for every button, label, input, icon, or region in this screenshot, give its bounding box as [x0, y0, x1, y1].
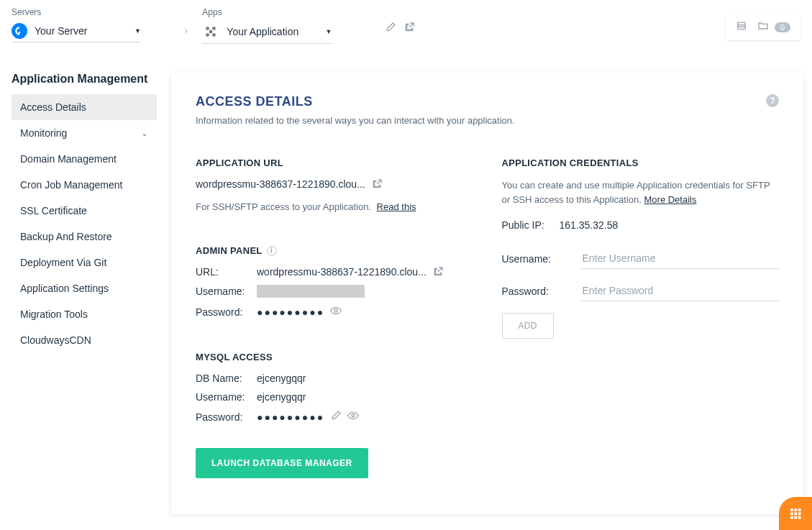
- cred-username-input[interactable]: [581, 248, 780, 269]
- section-mysql-access: MYSQL ACCESS: [196, 352, 473, 362]
- app-type-icon: [202, 23, 219, 40]
- apps-crumb: Apps Your Application ▼: [202, 7, 332, 44]
- cred-password-input[interactable]: [581, 280, 780, 301]
- admin-password-label: Password:: [196, 306, 257, 318]
- sidebar-item-deployment-git[interactable]: Deployment Via Git: [12, 250, 157, 275]
- servers-crumb: Servers Your Server ▼: [12, 7, 141, 42]
- sidebar-item-application-settings[interactable]: Application Settings: [12, 275, 157, 301]
- app-selector[interactable]: Your Application ▼: [202, 20, 332, 44]
- read-this-link[interactable]: Read this: [377, 201, 416, 212]
- sidebar-heading: Application Management: [12, 73, 157, 86]
- svg-rect-14: [790, 513, 793, 516]
- svg-rect-15: [795, 513, 798, 516]
- sidebar-item-domain-management[interactable]: Domain Management: [12, 146, 157, 172]
- external-link-icon[interactable]: [403, 22, 415, 35]
- svg-rect-0: [19, 32, 20, 33]
- admin-url: wordpressmu-388637-1221890.clou...: [257, 266, 426, 278]
- mysql-username-label: Username:: [196, 391, 257, 403]
- mysql-password-dots: ●●●●●●●●●: [257, 411, 324, 423]
- svg-rect-18: [795, 516, 798, 519]
- fab-apps-button[interactable]: [779, 497, 812, 529]
- svg-rect-17: [790, 516, 793, 519]
- sidebar-item-cloudways-cdn[interactable]: CloudwaysCDN: [12, 327, 157, 353]
- cred-password-label: Password:: [502, 285, 581, 297]
- sidebar-item-migration-tools[interactable]: Migration Tools: [12, 301, 157, 327]
- application-url: wordpressmu-388637-1221890.clou...: [196, 178, 365, 190]
- svg-rect-12: [795, 508, 798, 511]
- svg-point-5: [210, 31, 212, 33]
- ssh-note: For SSH/SFTP access to your Application.: [196, 201, 371, 212]
- chevron-down-icon: ⌄: [141, 128, 148, 138]
- panel-subtitle: Information related to the several ways …: [196, 115, 515, 126]
- apps-label: Apps: [202, 7, 332, 17]
- credentials-note: You can create and use multiple Applicat…: [502, 180, 770, 205]
- top-bar: Servers Your Server ▼ › Apps Your Applic…: [0, 0, 812, 51]
- svg-rect-13: [798, 508, 801, 511]
- folder-icon[interactable]: [756, 20, 770, 35]
- server-selector[interactable]: Your Server ▼: [12, 20, 141, 42]
- app-quick-actions: [385, 22, 415, 35]
- admin-username-label: Username:: [196, 285, 257, 297]
- notification-badge: 0: [775, 22, 790, 32]
- public-ip-label: Public IP:: [502, 219, 560, 231]
- sidebar-item-cron-job-management[interactable]: Cron Job Management: [12, 172, 157, 198]
- sidebar-item-backup-restore[interactable]: Backup And Restore: [12, 224, 157, 250]
- section-admin-panel: ADMIN PANEL i: [196, 245, 473, 256]
- main-panel: ACCESS DETAILS Information related to th…: [171, 73, 803, 514]
- more-details-link[interactable]: More Details: [644, 194, 697, 205]
- launch-database-manager-button[interactable]: LAUNCH DATABASE MANAGER: [196, 448, 368, 478]
- caret-down-icon: ▼: [325, 28, 332, 35]
- svg-point-2: [213, 27, 215, 29]
- server-name: Your Server: [35, 25, 127, 37]
- sidebar-item-access-details[interactable]: Access Details: [12, 94, 157, 120]
- sidebar-item-monitoring[interactable]: Monitoring⌄: [12, 120, 157, 146]
- sidebar: Application Management Access Details Mo…: [0, 73, 157, 529]
- svg-point-9: [334, 309, 337, 312]
- info-icon[interactable]: i: [267, 246, 277, 256]
- servers-label: Servers: [12, 7, 141, 17]
- svg-point-4: [213, 34, 215, 36]
- svg-rect-16: [798, 513, 801, 516]
- eye-icon[interactable]: [330, 305, 342, 319]
- admin-password-dots: ●●●●●●●●●: [257, 306, 324, 318]
- help-icon[interactable]: ?: [766, 94, 779, 107]
- panel-title: ACCESS DETAILS: [196, 94, 515, 109]
- section-application-credentials: APPLICATION CREDENTIALS: [502, 157, 780, 168]
- public-ip-value: 161.35.32.58: [560, 219, 619, 231]
- admin-username-masked: [257, 285, 365, 298]
- mysql-dbname: ejcenygqqr: [257, 373, 306, 384]
- cred-username-label: Username:: [502, 253, 581, 265]
- svg-point-10: [352, 414, 355, 417]
- svg-point-3: [206, 34, 209, 36]
- pencil-icon[interactable]: [330, 410, 342, 424]
- eye-icon[interactable]: [347, 410, 359, 424]
- admin-url-label: URL:: [196, 266, 257, 278]
- mysql-password-label: Password:: [196, 411, 257, 423]
- svg-point-1: [206, 27, 209, 29]
- sidebar-item-ssl-certificate[interactable]: SSL Certificate: [12, 198, 157, 224]
- list-icon[interactable]: [736, 20, 747, 35]
- add-credential-button[interactable]: ADD: [502, 313, 554, 339]
- svg-rect-19: [798, 516, 801, 519]
- server-provider-icon: [12, 23, 27, 39]
- external-link-icon[interactable]: [371, 178, 383, 190]
- caret-down-icon: ▼: [134, 27, 141, 35]
- svg-rect-6: [738, 22, 746, 29]
- mysql-username: ejcenygqqr: [257, 391, 306, 403]
- section-application-url: APPLICATION URL: [196, 157, 473, 168]
- app-name: Your Application: [227, 26, 318, 37]
- external-link-icon[interactable]: [432, 266, 444, 278]
- mysql-dbname-label: DB Name:: [196, 373, 257, 384]
- top-right-tools: 0: [726, 14, 800, 40]
- svg-rect-11: [790, 508, 793, 511]
- edit-icon[interactable]: [385, 22, 396, 35]
- chevron-right-icon: ›: [184, 24, 188, 37]
